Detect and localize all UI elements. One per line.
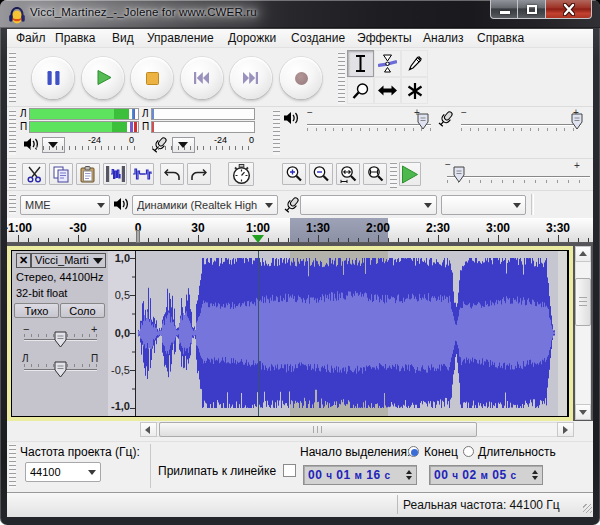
svg-text:2:00: 2:00 [366,221,390,235]
svg-text:3:30: 3:30 [546,221,570,235]
svg-text:-1:00: -1:00 [7,221,32,235]
svg-text:2:30: 2:30 [426,221,450,235]
svg-text:-30: -30 [69,221,87,235]
svg-text:3:00: 3:00 [486,221,510,235]
svg-text:1:30: 1:30 [306,221,330,235]
svg-text:30: 30 [191,221,205,235]
svg-text:1:00: 1:00 [246,221,270,235]
